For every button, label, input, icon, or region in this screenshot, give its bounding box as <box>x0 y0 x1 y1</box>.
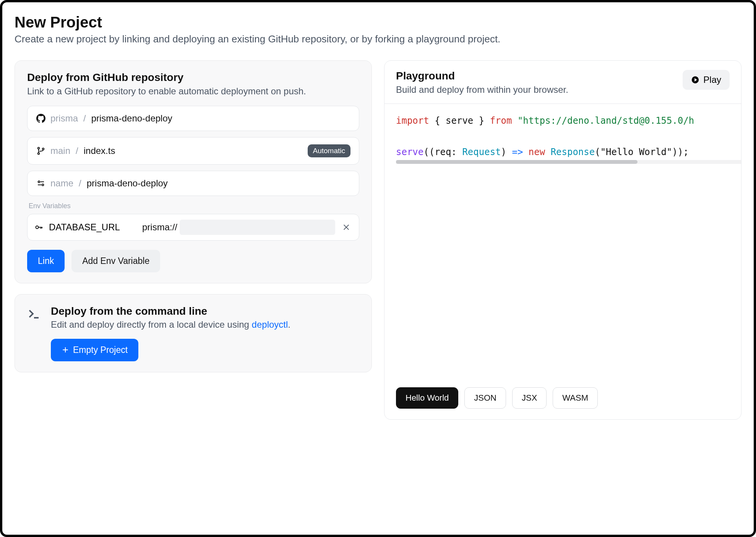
template-row: Hello WorldJSONJSXWASM <box>384 379 741 419</box>
link-button[interactable]: Link <box>27 250 65 272</box>
repo-name: prisma-deno-deploy <box>91 113 172 124</box>
page-subtitle: Create a new project by linking and depl… <box>15 33 741 45</box>
page-title: New Project <box>15 14 741 31</box>
github-subtitle: Link to a GitHub repository to enable au… <box>27 85 359 97</box>
project-name-field[interactable]: name / prisma-deno-deploy <box>27 171 359 196</box>
svg-point-3 <box>38 181 40 183</box>
cli-title: Deploy from the command line <box>51 305 290 317</box>
template-hello-world[interactable]: Hello World <box>396 387 458 409</box>
svg-point-2 <box>42 148 44 150</box>
env-variable-row: prisma:// <box>27 214 359 241</box>
playground-subtitle: Build and deploy from within your browse… <box>396 84 568 96</box>
svg-point-0 <box>38 147 39 149</box>
template-json[interactable]: JSON <box>464 387 506 409</box>
empty-project-button[interactable]: Empty Project <box>51 339 138 361</box>
branch-entry-selector[interactable]: main / index.ts Automatic <box>27 137 359 165</box>
repo-selector[interactable]: prisma / prisma-deno-deploy <box>27 106 359 131</box>
playground-title: Playground <box>396 70 568 82</box>
playground-card: Playground Build and deploy from within … <box>384 60 741 420</box>
cli-deploy-card: Deploy from the command line Edit and de… <box>15 294 372 372</box>
env-key-input[interactable] <box>49 222 137 233</box>
play-button[interactable]: Play <box>683 70 730 90</box>
repo-owner: prisma <box>50 113 78 124</box>
branch-icon <box>36 146 46 156</box>
svg-point-7 <box>36 226 39 229</box>
entry-file: index.ts <box>84 146 115 156</box>
github-title: Deploy from GitHub repository <box>27 71 359 84</box>
project-name: prisma-deno-deploy <box>87 178 168 189</box>
terminal-icon <box>27 305 42 361</box>
github-deploy-card: Deploy from GitHub repository Link to a … <box>15 60 372 283</box>
automatic-badge: Automatic <box>308 144 350 157</box>
name-label: name <box>50 178 73 189</box>
add-env-button[interactable]: Add Env Variable <box>71 250 160 272</box>
deployctl-link[interactable]: deployctl <box>252 319 288 330</box>
template-wasm[interactable]: WASM <box>553 387 598 409</box>
env-section-label: Env Variables <box>29 202 359 210</box>
settings-icon <box>36 178 46 188</box>
svg-point-5 <box>42 184 44 186</box>
svg-point-1 <box>38 153 39 154</box>
remove-env-button[interactable] <box>341 222 352 233</box>
template-jsx[interactable]: JSX <box>512 387 547 409</box>
code-editor[interactable]: import { serve } from "https://deno.land… <box>384 104 741 379</box>
branch-name: main <box>50 146 70 156</box>
env-value-prefix: prisma:// <box>142 222 177 233</box>
github-icon <box>36 113 46 123</box>
cli-subtitle: Edit and deploy directly from a local de… <box>51 318 290 331</box>
horizontal-scrollbar[interactable] <box>396 160 741 164</box>
key-icon <box>34 223 44 232</box>
env-value-masked[interactable] <box>180 220 335 235</box>
